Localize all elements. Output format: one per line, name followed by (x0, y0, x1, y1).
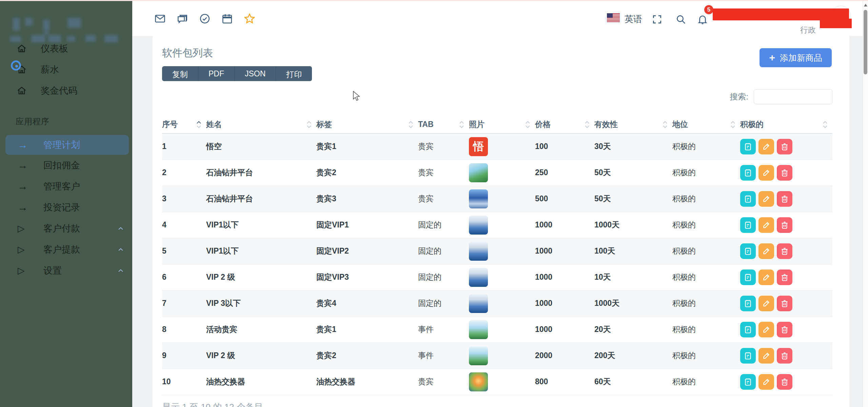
delete-button[interactable] (777, 374, 792, 390)
sidebar-item[interactable]: 仪表板 (0, 38, 132, 59)
sidebar-item[interactable]: → 回扣佣金 (0, 155, 132, 176)
sidebar-section-label: 应用程序 (16, 116, 132, 127)
delete-button[interactable] (777, 191, 792, 207)
scrollbar-thumb[interactable] (864, 10, 867, 74)
star-icon[interactable] (243, 12, 256, 25)
bell-icon[interactable] (696, 13, 709, 26)
column-header[interactable]: 有效性 (594, 116, 672, 133)
column-header[interactable]: 照片 (469, 116, 535, 133)
product-photo (469, 242, 488, 261)
sidebar-item[interactable]: → 投资记录 (0, 197, 132, 218)
column-header[interactable]: 姓名 (206, 116, 316, 133)
view-button[interactable] (740, 191, 756, 207)
cell-name: VIP1以下 (206, 212, 316, 238)
column-header[interactable]: 序号 (162, 116, 206, 133)
sidebar-item[interactable]: ▷ 客户提款 (0, 239, 132, 260)
cell-actions (740, 133, 832, 160)
column-header[interactable]: 标签 (316, 116, 418, 133)
triangle-icon: ▷ (18, 265, 30, 276)
view-button[interactable] (740, 348, 756, 364)
edit-button[interactable] (758, 243, 774, 259)
view-button[interactable] (740, 139, 756, 154)
topbar: 英语 5 行政 (132, 1, 868, 36)
edit-button[interactable] (758, 296, 774, 311)
edit-button[interactable] (758, 165, 774, 181)
sidebar-item[interactable]: ▷ 设置 (0, 260, 132, 281)
cell-tab: 贵宾 (418, 369, 469, 395)
export-button[interactable]: 复制 (162, 66, 198, 81)
view-button[interactable] (740, 374, 756, 390)
sidebar-item[interactable]: ▷ 客户付款 (0, 218, 132, 239)
delete-button[interactable] (777, 139, 792, 154)
column-header[interactable]: TAB (418, 116, 469, 133)
calendar-icon[interactable] (220, 12, 234, 25)
delete-button[interactable] (777, 243, 792, 259)
language-label[interactable]: 英语 (625, 13, 642, 25)
redaction-bar-small (820, 19, 852, 28)
view-button[interactable] (740, 322, 756, 337)
search-input[interactable] (754, 89, 832, 104)
delete-button[interactable] (777, 217, 792, 233)
sidebar-item-label: 薪水 (41, 63, 59, 76)
column-header[interactable]: 地位 (672, 116, 740, 133)
export-button[interactable]: PDF (198, 66, 235, 81)
sort-carets (196, 121, 201, 128)
edit-button[interactable] (758, 270, 774, 285)
arrow-right-icon: → (18, 160, 30, 171)
delete-button[interactable] (777, 270, 792, 285)
delete-button[interactable] (777, 322, 792, 337)
sidebar-item[interactable]: 薪水 (0, 59, 132, 80)
sort-carets (585, 121, 590, 128)
delete-button[interactable] (777, 348, 792, 364)
sidebar-item[interactable]: → 管理客户 (0, 176, 132, 197)
vertical-scrollbar[interactable] (863, 1, 868, 407)
home-icon (16, 43, 28, 54)
table-row: 5 VIP1以下 固定VIP2 固定的 1000 100天 积极的 (162, 238, 832, 264)
export-button[interactable]: JSON (235, 66, 276, 81)
delete-button[interactable] (777, 296, 792, 311)
view-button[interactable] (740, 165, 756, 181)
cell-actions (740, 212, 832, 238)
edit-button[interactable] (758, 374, 774, 390)
edit-button[interactable] (758, 139, 774, 154)
chat-icon[interactable] (176, 12, 189, 25)
triangle-icon: ▷ (18, 223, 30, 234)
us-flag-icon[interactable] (607, 13, 620, 22)
table-footer-info: 显示 1 至 10 的 12 个条目 (162, 401, 832, 407)
column-header[interactable]: 积极的 (740, 116, 832, 133)
home-icon (16, 86, 28, 96)
cell-validity: 30天 (594, 133, 672, 160)
cell-validity: 1000天 (594, 290, 672, 316)
view-button[interactable] (740, 217, 756, 233)
column-header-label: 地位 (672, 119, 688, 130)
notification-badge: 5 (704, 5, 713, 14)
export-button[interactable]: 打印 (276, 66, 312, 81)
cell-price: 1000 (535, 212, 594, 238)
cell-name: VIP 2 级 (206, 264, 316, 290)
sidebar-item[interactable]: 奖金代码 (0, 80, 132, 101)
table-row: 6 VIP 2 级 固定VIP3 固定的 1000 10天 积极的 (162, 264, 832, 290)
cell-tag: 固定VIP2 (316, 238, 418, 264)
view-button[interactable] (740, 270, 756, 285)
edit-button[interactable] (758, 348, 774, 364)
check-circle-icon[interactable] (198, 12, 212, 25)
sidebar-item[interactable]: → 管理计划 (5, 135, 129, 155)
arrow-right-icon: → (18, 139, 30, 151)
sort-down-icon (459, 125, 464, 128)
scrollbar-up-arrow[interactable] (864, 4, 867, 6)
view-button[interactable] (740, 296, 756, 311)
add-new-product-button[interactable]: + 添加新商品 (760, 48, 832, 67)
sort-carets (663, 121, 668, 128)
sort-up-icon (525, 121, 530, 124)
fullscreen-icon[interactable] (650, 13, 664, 26)
column-header[interactable]: 价格 (535, 116, 594, 133)
edit-button[interactable] (758, 322, 774, 337)
sort-carets (459, 121, 464, 128)
mail-icon[interactable] (153, 12, 167, 25)
view-button[interactable] (740, 243, 756, 259)
edit-button[interactable] (758, 217, 774, 233)
cell-validity: 60天 (594, 369, 672, 395)
search-icon[interactable] (674, 13, 688, 26)
edit-button[interactable] (758, 191, 774, 207)
delete-button[interactable] (777, 165, 792, 181)
